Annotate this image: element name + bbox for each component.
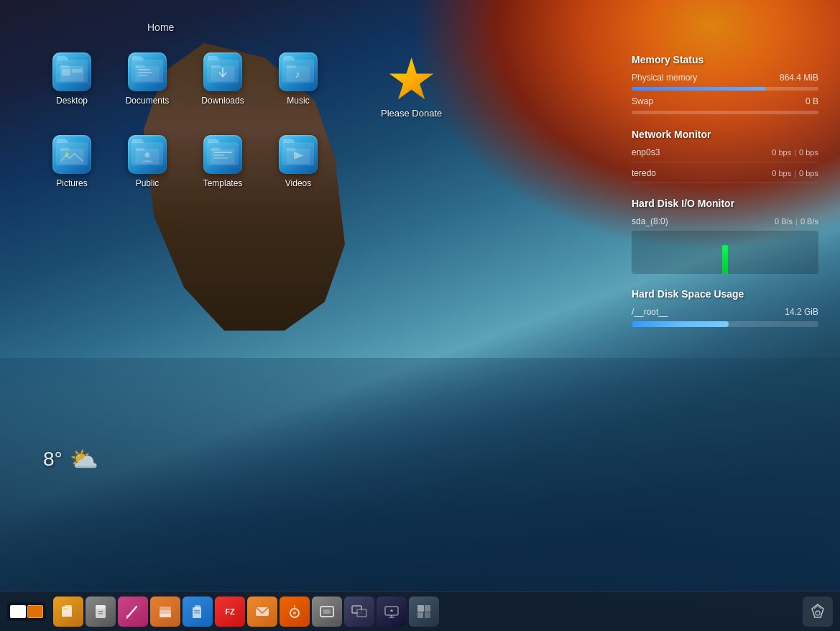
- workspace-1[interactable]: [10, 605, 26, 618]
- disk-space-fill: [632, 321, 729, 327]
- memory-title: Memory Status: [632, 54, 818, 65]
- network-dl-enp0s3: 0 bps: [772, 148, 791, 157]
- trash-button[interactable]: [803, 597, 833, 627]
- disk-io-title: Hard Disk I/O Monitor: [632, 198, 818, 209]
- disk-io-chart: [632, 231, 818, 274]
- taskbar-mail-button[interactable]: [247, 597, 277, 627]
- donate-label: Please Donate: [381, 108, 442, 119]
- folder-icon-desktop: [52, 52, 91, 91]
- desktop-icon-public[interactable]: Public: [111, 122, 183, 201]
- network-row-teredo: teredo 0 bps | 0 bps: [632, 168, 818, 183]
- icon-label-downloads: Downloads: [201, 96, 244, 106]
- folder-icon-videos: [279, 135, 318, 174]
- svg-rect-35: [98, 613, 103, 614]
- disk-io-section: Hard Disk I/O Monitor sda_(8:0) 0 B/s | …: [632, 198, 818, 274]
- taskbar-archive-button[interactable]: [86, 597, 116, 627]
- svg-rect-1: [60, 65, 69, 68]
- stack-icon: [157, 604, 173, 620]
- network-ul-enp0s3: 0 bps: [799, 148, 818, 157]
- memory-swap-label: Swap: [632, 96, 768, 106]
- network-interface-enp0s3: enp0s3: [632, 147, 772, 157]
- taskbar-capture-button[interactable]: [312, 597, 342, 627]
- taskbar-slideshow-button[interactable]: [409, 597, 439, 627]
- taskbar-files-button[interactable]: [53, 597, 83, 627]
- desktop-icon-documents[interactable]: Documents: [111, 40, 183, 119]
- icon-label-videos: Videos: [285, 178, 311, 188]
- svg-rect-40: [160, 607, 171, 610]
- workspace-switcher[interactable]: [7, 602, 46, 621]
- desktop-icon-videos[interactable]: Videos: [262, 122, 334, 201]
- svg-rect-5: [135, 65, 144, 68]
- desktop-icon-pictures[interactable]: Pictures: [36, 122, 108, 201]
- folder-svg-desktop: [59, 61, 85, 83]
- network-interface-teredo: teredo: [632, 168, 772, 178]
- memory-swap-row: Swap 0 B: [632, 96, 818, 106]
- desktop-icon-music[interactable]: ♪ Music: [262, 40, 334, 119]
- taskbar-burn-button[interactable]: [280, 597, 310, 627]
- taskbar-screen3-button[interactable]: [377, 597, 407, 627]
- svg-rect-2: [62, 69, 70, 75]
- svg-point-20: [145, 152, 150, 157]
- svg-rect-31: [63, 608, 68, 609]
- pipe3: |: [795, 217, 798, 226]
- disk-space-section: Hard Disk Space Usage /__root__ 14.2 GiB: [632, 288, 818, 327]
- svg-rect-7: [138, 72, 152, 73]
- desktop-icon-desktop[interactable]: Desktop: [36, 40, 108, 119]
- svg-rect-4: [135, 66, 159, 81]
- workspace-2[interactable]: [27, 605, 43, 618]
- svg-rect-42: [195, 605, 200, 609]
- svg-rect-26: [286, 149, 310, 164]
- memory-swap-bar: [632, 111, 818, 114]
- svg-rect-10: [211, 65, 220, 68]
- pipe2: |: [794, 169, 796, 178]
- paste-icon: [190, 604, 206, 620]
- network-section: Network Monitor enp0s3 0 bps | 0 bps ter…: [632, 129, 818, 183]
- svg-rect-61: [425, 612, 430, 618]
- disk-io-row: sda_(8:0) 0 B/s | 0 B/s: [632, 216, 818, 226]
- disk-space-title: Hard Disk Space Usage: [632, 288, 818, 300]
- desktop-icon-downloads[interactable]: Downloads: [187, 40, 259, 119]
- memory-section: Memory Status Physical memory 864.4 MiB …: [632, 54, 818, 114]
- taskbar-left: FZ: [7, 597, 439, 627]
- icon-label-documents: Documents: [126, 96, 170, 106]
- desktop-icon-templates[interactable]: Templates: [187, 122, 259, 201]
- disk-size: 14.2 GiB: [768, 307, 818, 317]
- network-title: Network Monitor: [632, 129, 818, 140]
- disk-space-bar: [632, 321, 818, 327]
- folder-svg-templates: [210, 144, 236, 165]
- archive-icon: [93, 604, 109, 620]
- folder-svg-music: ♪: [285, 61, 311, 83]
- svg-point-47: [293, 612, 296, 614]
- svg-rect-22: [211, 148, 220, 151]
- donate-widget[interactable]: Please Donate: [381, 57, 442, 119]
- system-monitor-panel: Memory Status Physical memory 864.4 MiB …: [632, 54, 818, 341]
- svg-rect-3: [72, 69, 83, 73]
- folder-icon-public: [128, 135, 167, 174]
- desktop: Home Desktop: [0, 0, 840, 631]
- pipe1: |: [794, 148, 796, 157]
- taskbar-screen2-button[interactable]: [344, 597, 374, 627]
- files-icon: [60, 604, 76, 620]
- icon-label-desktop: Desktop: [56, 96, 88, 106]
- icon-label-pictures: Pictures: [56, 178, 87, 188]
- disk-io-device: sda_(8:0): [632, 216, 775, 226]
- svg-rect-23: [213, 152, 231, 153]
- svg-rect-13: [286, 65, 295, 68]
- taskbar-ftp-button[interactable]: FZ: [215, 597, 245, 627]
- svg-rect-60: [417, 612, 423, 618]
- taskbar-editor-button[interactable]: [118, 597, 148, 627]
- disk-io-bar: [722, 245, 728, 274]
- home-label: Home: [147, 22, 174, 33]
- svg-marker-28: [294, 152, 303, 160]
- svg-rect-9: [211, 66, 234, 81]
- svg-rect-27: [286, 148, 295, 151]
- svg-line-36: [128, 607, 137, 617]
- svg-rect-15: [60, 149, 83, 164]
- memory-physical-fill: [632, 87, 766, 91]
- taskbar-paste-button[interactable]: [183, 597, 213, 627]
- svg-rect-21: [211, 149, 234, 164]
- svg-rect-33: [96, 605, 106, 609]
- taskbar-stack-button[interactable]: [150, 597, 180, 627]
- burn-icon: [287, 604, 303, 620]
- svg-rect-25: [213, 157, 228, 159]
